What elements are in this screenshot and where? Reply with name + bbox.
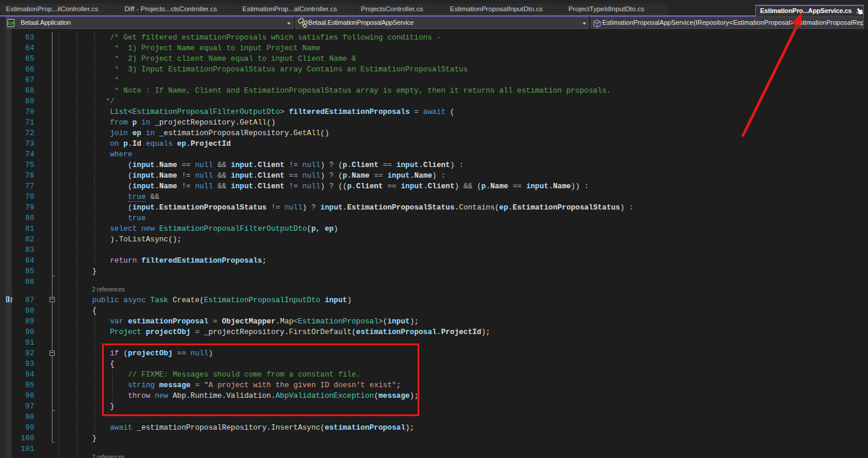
svg-text:C#: C#: [8, 21, 14, 26]
